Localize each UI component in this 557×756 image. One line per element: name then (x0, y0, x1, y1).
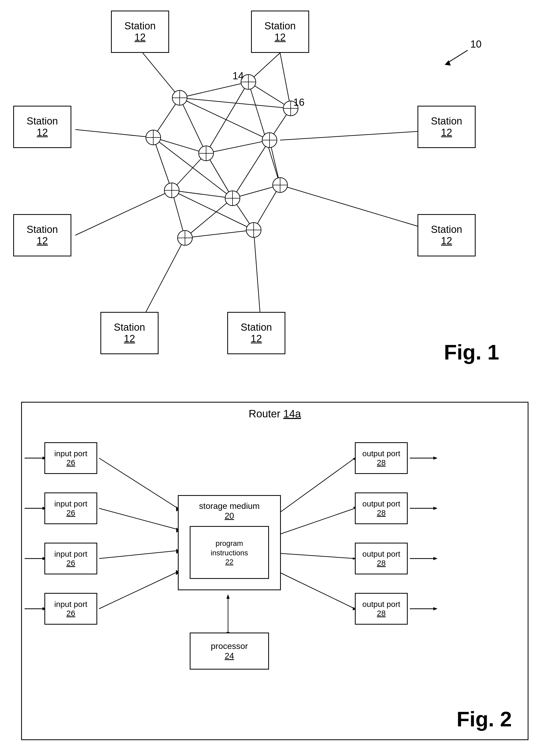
svg-line-14 (206, 82, 248, 153)
station-box-6: Station 12 (417, 214, 476, 256)
svg-line-9 (180, 82, 248, 98)
input-port-num-1: 26 (66, 458, 75, 467)
svg-text:Fig. 1: Fig. 1 (444, 341, 499, 364)
station-box-1: Station 12 (111, 10, 169, 53)
station-label-4: Station (431, 116, 462, 127)
svg-line-16 (153, 138, 206, 153)
program-label: programinstructions (211, 539, 248, 558)
station-num-4: 12 (441, 127, 452, 138)
svg-line-85 (99, 551, 178, 558)
svg-line-2 (280, 53, 291, 108)
output-port-2: output port 28 (355, 492, 408, 524)
svg-marker-101 (433, 457, 438, 460)
station-label-8: Station (241, 322, 272, 333)
input-port-num-2: 26 (66, 508, 75, 517)
svg-line-81 (99, 458, 178, 508)
svg-line-94 (278, 508, 355, 535)
svg-line-33 (172, 190, 254, 230)
svg-line-12 (180, 98, 206, 153)
svg-line-17 (153, 138, 172, 190)
svg-line-87 (99, 572, 178, 609)
svg-line-27 (185, 198, 233, 238)
output-port-3: output port 28 (355, 543, 408, 574)
router-label: Router (248, 408, 280, 419)
input-port-num-4: 26 (66, 609, 75, 618)
output-port-4: output port 28 (355, 593, 408, 624)
svg-text:14: 14 (233, 70, 244, 81)
input-port-label-2: input port (54, 499, 87, 508)
station-num-1: 12 (135, 32, 146, 43)
svg-line-83 (99, 508, 178, 529)
input-port-num-3: 26 (66, 558, 75, 568)
station-label-1: Station (124, 20, 156, 32)
router-title: Router 14a (248, 408, 301, 420)
fig1-diagram: 14 16 Fig. 1 10 Station 12 Station 12 St… (0, 0, 557, 386)
svg-line-28 (254, 185, 280, 230)
station-label-6: Station (431, 224, 462, 235)
fig2-label: Fig. 2 (457, 707, 512, 731)
svg-text:16: 16 (293, 97, 304, 108)
input-port-4: input port 26 (45, 593, 97, 624)
output-port-1: output port 28 (355, 442, 408, 474)
station-box-7: Station 12 (100, 312, 158, 354)
svg-line-98 (278, 572, 355, 609)
svg-line-96 (278, 553, 355, 558)
storage-label: storage medium (199, 501, 260, 511)
input-port-label-3: input port (54, 550, 87, 558)
storage-num: 20 (225, 511, 234, 521)
svg-line-0 (143, 53, 180, 98)
output-port-num-4: 28 (377, 609, 385, 618)
station-box-4: Station 12 (417, 106, 476, 148)
svg-line-20 (206, 153, 233, 198)
processor-box: processor 24 (190, 633, 269, 670)
svg-text:10: 10 (470, 38, 481, 50)
svg-marker-103 (433, 507, 438, 510)
processor-num: 24 (225, 651, 234, 661)
station-label-3: Station (27, 116, 58, 127)
svg-marker-105 (433, 557, 438, 560)
program-num: 22 (225, 558, 233, 566)
station-label-2: Station (264, 20, 296, 32)
station-num-5: 12 (37, 235, 48, 246)
output-port-label-2: output port (362, 499, 400, 508)
processor-label: processor (211, 641, 248, 651)
output-port-num-2: 28 (377, 508, 385, 517)
input-port-label-4: input port (54, 600, 87, 609)
station-num-8: 12 (251, 333, 262, 344)
svg-line-71 (446, 50, 468, 63)
svg-line-32 (248, 82, 280, 185)
input-port-1: input port 26 (45, 442, 97, 474)
input-port-3: input port 26 (45, 543, 97, 574)
output-port-label-1: output port (362, 449, 400, 458)
svg-line-30 (180, 98, 269, 140)
input-port-2: input port 26 (45, 492, 97, 524)
output-port-num-3: 28 (377, 558, 385, 568)
station-box-8: Station 12 (227, 312, 285, 354)
svg-marker-91 (227, 594, 230, 599)
svg-line-29 (185, 230, 254, 238)
svg-marker-107 (433, 607, 438, 610)
station-num-6: 12 (441, 235, 452, 246)
output-port-label-4: output port (362, 600, 400, 609)
station-box-2: Station 12 (251, 10, 309, 53)
svg-line-92 (278, 458, 355, 514)
svg-line-18 (206, 140, 269, 153)
svg-line-10 (180, 98, 291, 108)
program-box: programinstructions 22 (190, 526, 269, 579)
svg-line-3 (75, 129, 153, 138)
station-box-3: Station 12 (13, 106, 71, 148)
router-num: 14a (283, 408, 301, 419)
fig2-diagram: Router 14a (21, 402, 528, 740)
station-num-3: 12 (37, 127, 48, 138)
svg-line-5 (75, 190, 172, 235)
output-port-num-1: 28 (377, 458, 385, 467)
input-port-label-1: input port (54, 449, 87, 458)
station-num-2: 12 (274, 32, 286, 43)
station-label-7: Station (114, 322, 145, 333)
storage-box: storage medium 20 programinstructions 22 (178, 495, 281, 590)
station-box-5: Station 12 (13, 214, 71, 256)
output-port-label-3: output port (362, 550, 400, 558)
station-label-5: Station (27, 224, 58, 235)
station-num-7: 12 (124, 333, 135, 344)
